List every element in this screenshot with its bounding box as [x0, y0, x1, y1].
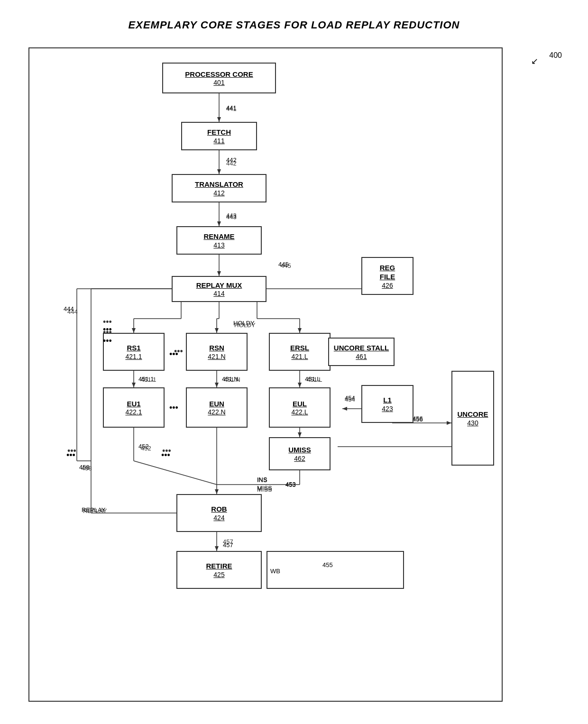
label-451-n: 451.N	[222, 376, 239, 383]
label-451-l: 451.L	[305, 376, 321, 383]
label-443: 443	[226, 213, 237, 220]
label-holdy: HOLDY	[233, 320, 255, 327]
rob-box: ROB 424	[176, 494, 262, 532]
dots-eu: •••	[169, 403, 178, 413]
label-454: 454	[345, 394, 355, 402]
dots-eu-left: •••	[66, 450, 75, 460]
svg-marker-14	[132, 328, 136, 333]
eu1-box: EU1 422.1	[103, 387, 165, 428]
rsn-box: RSN 421.N	[186, 333, 248, 371]
label-458: 458	[79, 464, 90, 471]
label-wb: WB	[270, 568, 280, 575]
svg-marker-7	[217, 221, 221, 226]
svg-marker-18	[215, 328, 219, 333]
replay-mux-box: REPLAY MUX 414	[172, 276, 266, 302]
processor-core-box: PROCESSOR CORE 401	[162, 63, 276, 93]
uncore-box: UNCORE 430	[451, 371, 494, 466]
svg-marker-10	[217, 271, 221, 276]
svg-marker-22	[298, 328, 302, 333]
label-miss: MISS	[257, 485, 272, 492]
svg-marker-28	[132, 383, 136, 387]
umiss-box: UMISS 462	[269, 437, 331, 470]
eun-box: EUN 422.N	[186, 387, 248, 428]
retire-box: RETIRE 425	[176, 551, 262, 589]
svg-marker-39	[342, 407, 347, 411]
label-445: 445	[278, 261, 289, 268]
label-456: 456	[413, 416, 423, 423]
svg-line-53	[134, 461, 217, 485]
label-453: 453	[285, 481, 296, 488]
rs1-box: RS1 421.1	[103, 333, 165, 371]
label-444: 444	[64, 305, 74, 312]
label-455: 455	[322, 561, 333, 568]
ref-label: 400	[549, 51, 562, 60]
diagram-container: 441 442 443 444 445 HOLDY	[28, 47, 503, 702]
reg-file-box: REG FILE 426	[361, 257, 413, 295]
rename-box: RENAME 413	[176, 226, 262, 255]
page-title: EXEMPLARY CORE STAGES FOR LOAD REPLAY RE…	[0, 19, 588, 31]
label-ins: INS	[257, 476, 267, 483]
dots-left-1: •••	[103, 325, 112, 335]
dots-rs: •••	[169, 349, 178, 359]
label-441: 441	[226, 104, 237, 111]
wb-box	[266, 551, 404, 589]
svg-marker-44	[447, 421, 451, 425]
label-442: 442	[226, 156, 237, 164]
arrows-svg: 441 442 443 444 445 HOLDY	[29, 48, 502, 701]
svg-marker-1	[217, 117, 221, 122]
svg-marker-57	[215, 489, 219, 494]
svg-marker-4	[217, 169, 221, 174]
translator-box: TRANSLATOR 412	[172, 174, 266, 202]
svg-marker-31	[215, 383, 219, 387]
label-457: 457	[223, 541, 233, 549]
label-replay: REPLAY	[82, 506, 105, 513]
fetch-box: FETCH 411	[181, 122, 257, 150]
dots-eu-mid: •••	[161, 450, 170, 460]
ref-arrow: ↙	[531, 56, 538, 66]
ersl-box: ERSL 421.L	[269, 333, 331, 371]
label-452: 452	[138, 443, 149, 450]
dots-left-2: •••	[103, 336, 112, 346]
uncore-stall-box: UNCORE STALL 461	[328, 338, 395, 366]
l1-box: L1 423	[361, 385, 413, 423]
svg-marker-62	[215, 546, 219, 551]
svg-marker-34	[298, 383, 302, 387]
eul-box: EUL 422.L	[269, 387, 331, 428]
label-451-1: 451.1	[138, 376, 154, 383]
svg-marker-42	[298, 432, 302, 437]
